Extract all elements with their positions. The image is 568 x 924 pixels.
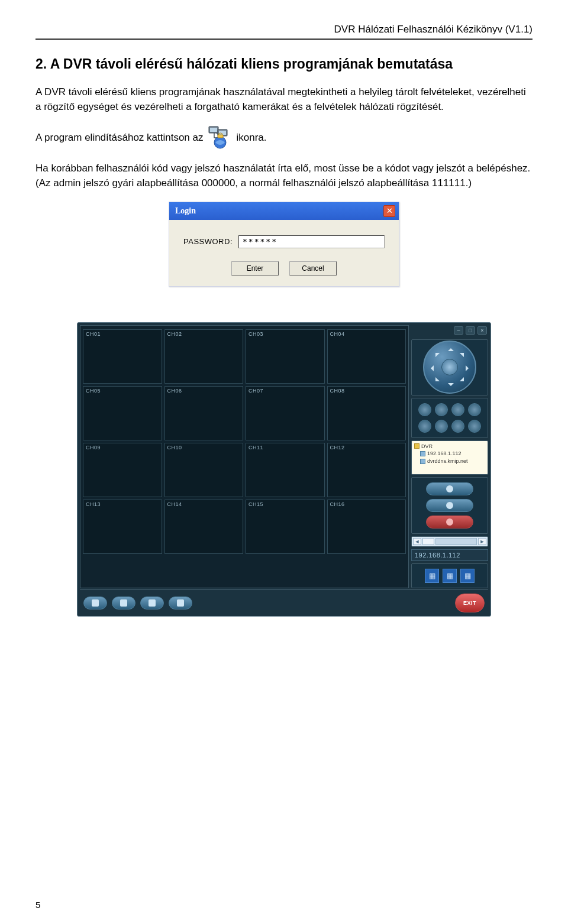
section-title: 2. A DVR távoli elérésű hálózati kliens … (36, 56, 532, 72)
paragraph-2-post: ikonra. (237, 132, 267, 144)
login-titlebar: Login ✕ (169, 202, 399, 220)
password-label: PASSWORD: (183, 237, 233, 246)
channel-cell[interactable]: CH04 (327, 329, 406, 384)
zoom-in-button[interactable] (418, 403, 431, 416)
connect-button[interactable] (426, 482, 473, 495)
svg-rect-1 (210, 128, 217, 132)
tree-root-label: DVR (421, 443, 433, 450)
device-tree[interactable]: DVR 192.168.1.112 dvrddns.kmip.net (411, 440, 488, 475)
dvr-client-window: CH01 CH02 CH03 CH04 CH05 CH06 CH07 CH08 … (77, 322, 491, 617)
channel-cell[interactable]: CH05 (83, 386, 162, 440)
close-icon[interactable]: ✕ (383, 205, 395, 217)
channel-cell[interactable]: CH07 (246, 386, 325, 440)
password-input[interactable] (238, 235, 385, 248)
ptz-se-icon[interactable] (460, 377, 468, 385)
channel-cell[interactable]: CH13 (83, 500, 162, 554)
ptz-sw-icon[interactable] (431, 377, 440, 385)
refresh-button[interactable] (426, 499, 473, 512)
record-button[interactable] (426, 516, 473, 529)
channel-cell[interactable]: CH01 (83, 329, 162, 384)
ptz-left-icon[interactable] (428, 365, 434, 371)
scroll-track[interactable] (435, 538, 477, 545)
tree-ddns-label: dvrddns.kmip.net (427, 458, 468, 465)
channel-cell[interactable]: CH09 (83, 443, 162, 497)
doc-header: DVR Hálózati Felhasználói Kézikönyv (V1.… (36, 24, 532, 35)
ptz-right-icon[interactable] (466, 365, 472, 371)
alarm-button[interactable] (169, 596, 192, 609)
bottom-toolbar: EXIT (80, 589, 488, 614)
exit-button[interactable]: EXIT (455, 594, 485, 612)
enter-button[interactable]: Enter (231, 261, 279, 275)
layout-2x2-button[interactable]: ▦ (425, 569, 439, 583)
channel-cell[interactable]: CH06 (164, 386, 244, 440)
tour-button[interactable] (468, 420, 481, 433)
page-number: 5 (36, 900, 40, 910)
ptz-control (411, 339, 488, 395)
horizontal-scrollbar[interactable]: ◄ ► (412, 537, 488, 546)
snapshot-button[interactable] (83, 596, 107, 609)
channel-cell[interactable]: CH03 (246, 329, 325, 384)
svg-rect-5 (218, 135, 223, 138)
settings-button[interactable] (140, 596, 164, 609)
paragraph-2-pre: A program elindításához kattintson az (36, 132, 204, 144)
channel-cell[interactable]: CH12 (327, 443, 406, 497)
channel-cell[interactable]: CH02 (164, 329, 244, 384)
paragraph-1: A DVR távoli elérésű kliens programjának… (36, 85, 532, 114)
iris-close-button[interactable] (435, 420, 448, 433)
network-client-icon (207, 125, 233, 151)
close-icon[interactable]: × (477, 326, 487, 335)
channel-grid: CH01 CH02 CH03 CH04 CH05 CH06 CH07 CH08 … (80, 325, 409, 588)
ptz-down-icon[interactable] (448, 383, 454, 389)
minimize-icon[interactable]: – (454, 326, 463, 335)
iris-open-button[interactable] (418, 420, 431, 433)
focus-far-button[interactable] (468, 403, 481, 416)
channel-cell[interactable]: CH10 (164, 443, 244, 497)
channel-cell[interactable]: CH11 (246, 443, 325, 497)
channel-cell[interactable]: CH14 (164, 500, 244, 554)
playback-button[interactable] (112, 596, 135, 609)
login-dialog: Login ✕ PASSWORD: Enter Cancel (169, 202, 399, 287)
side-panel: – □ × (411, 325, 488, 588)
ptz-nw-icon[interactable] (431, 349, 440, 357)
ptz-up-icon[interactable] (448, 345, 454, 351)
layout-3x3-button[interactable]: ▦ (443, 569, 457, 583)
channel-cell[interactable]: CH15 (246, 500, 325, 554)
channel-cell[interactable]: CH16 (327, 500, 406, 554)
focus-near-button[interactable] (451, 403, 464, 416)
channel-cell[interactable]: CH08 (327, 386, 406, 440)
ptz-ne-icon[interactable] (460, 349, 468, 357)
tree-ip-label: 192.168.1.112 (427, 450, 462, 458)
paragraph-3: Ha korábban felhasználói kód vagy jelszó… (36, 161, 532, 190)
header-rule (36, 38, 532, 40)
maximize-icon[interactable]: □ (466, 326, 475, 335)
cancel-button[interactable]: Cancel (289, 261, 337, 275)
ip-display: 192.168.1.112 (411, 549, 488, 561)
layout-4x4-button[interactable]: ▦ (460, 569, 475, 583)
scroll-left-icon[interactable]: ◄ (413, 538, 421, 545)
scroll-thumb[interactable] (422, 538, 434, 545)
scroll-right-icon[interactable]: ► (478, 538, 486, 545)
preset-button[interactable] (451, 420, 464, 433)
zoom-out-button[interactable] (435, 403, 448, 416)
login-title: Login (175, 206, 196, 216)
ptz-center-button[interactable] (441, 359, 458, 375)
